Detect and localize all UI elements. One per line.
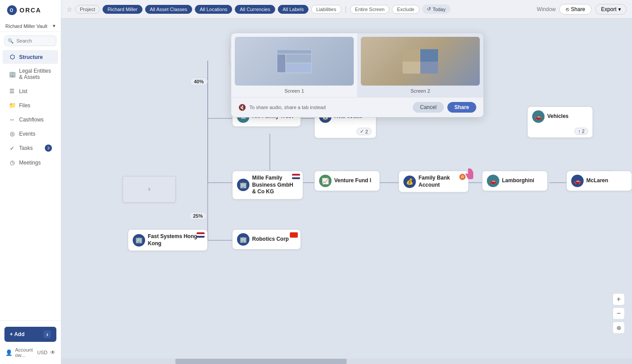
vehicles-icon: 🚗 [532,110,545,123]
compass-button[interactable]: ⊕ [612,321,625,334]
venture-icon: 📈 [319,175,332,187]
exclude-chip[interactable]: Exclude [392,5,419,14]
node-robotics-corp[interactable]: 🏢 Robotics Corp [232,229,301,250]
search-icon: 🔍 [8,38,14,44]
project-chip[interactable]: Project [75,5,100,14]
all-labels-chip[interactable]: All Labels [278,5,309,14]
vault-selector[interactable]: Richard Miller Vault ▾ [0,20,61,32]
export-button[interactable]: Export ▾ [595,4,627,15]
search-container: 🔍 [4,35,56,46]
svg-rect-15 [277,50,311,54]
screen-thumbnails: Screen 1 Screen 2 [231,33,483,97]
lamborghini-icon: 🚗 [487,175,499,187]
node-lamborghini[interactable]: 🚗 Lamborghini [482,171,548,191]
refresh-icon: ↺ [427,6,431,12]
svg-rect-17 [286,55,311,63]
logo-icon: O [7,5,17,15]
sidebar-item-files[interactable]: 📁 Files [3,98,58,112]
account-row[interactable]: 👤 Account ow... USD 👁 [0,344,61,360]
node-family-bank-account[interactable]: 💰 Family Bank Account ⚙ [399,171,469,192]
canvas[interactable]: RM Richard Miller 40% 🏛 RM Family Trust … [61,19,632,352]
tasks-badge: 3 [45,145,52,152]
bottom-scrollbar[interactable] [61,359,632,364]
entire-screen-chip[interactable]: Entire Screen [350,5,390,14]
svg-rect-16 [277,55,285,72]
sidebar-item-list[interactable]: ☰ List [3,84,58,98]
node-fast-systems[interactable]: 🏢 Fast Systems Hong Kong [128,229,208,251]
mclaren-icon: 🚗 [571,175,584,187]
sidebar-nav: ⬡ Structure 🏢 Legal Entities & Assets ☰ … [0,50,61,320]
robotics-icon: 🏢 [237,233,249,246]
window-label: Window [537,6,556,12]
node-partial-left: 3 [122,176,176,203]
sidebar-item-structure[interactable]: ⬡ Structure [3,50,58,64]
zoom-out-button[interactable]: − [612,307,625,320]
app-logo: O ORCA [0,0,61,20]
audio-icon: 🔇 [238,104,246,111]
today-chip[interactable]: ↺ Today [422,4,450,14]
account-icon: 👤 [5,349,12,356]
files-icon: 📁 [9,102,15,109]
structure-icon: ⬡ [9,54,15,60]
node-vehicles[interactable]: 🚗 Vehicles ↑2 [527,106,593,138]
sidebar-item-tasks[interactable]: ✓ Tasks 3 [3,141,58,155]
tasks-icon: ✓ [9,145,15,152]
topbar-right: Window ⎋ Share Export ▾ [537,4,627,15]
sidebar-item-meetings[interactable]: ◷ Meetings [3,156,58,169]
screen1-thumb[interactable]: Screen 1 [231,33,357,97]
zoom-controls: + − ⊕ [612,293,625,334]
screen2-thumb[interactable]: Screen 2 [357,33,483,97]
all-locations-chip[interactable]: All Locations [195,5,232,14]
topbar: ☆ Project Richard Miller All Asset Class… [61,0,632,19]
meetings-icon: ◷ [9,159,15,166]
all-currencies-chip[interactable]: All Currencies [235,5,275,14]
real-estate-count: ✓2 [356,128,371,135]
add-arrow-icon: › [43,330,51,338]
entities-icon: 🏢 [9,71,15,78]
star-icon[interactable]: ☆ [67,6,72,13]
cashflows-icon: ↔ [9,116,15,123]
share-icon: ⎋ [566,6,569,12]
vehicles-count: ↑2 [574,128,588,135]
fast-systems-icon: 🏢 [133,234,145,247]
svg-rect-18 [286,63,311,72]
eye-icon: 👁 [50,349,55,356]
screen1-preview [235,37,354,86]
add-button[interactable]: + Add › [4,327,56,342]
chevron-down-icon: ▾ [618,6,621,12]
main-area: ☆ Project Richard Miller All Asset Class… [61,0,632,364]
all-asset-classes-chip[interactable]: All Asset Classes [145,5,192,14]
sidebar-item-events[interactable]: ◎ Events [3,127,58,141]
mille-icon: 🏢 [237,179,249,191]
sidebar-item-cashflows[interactable]: ↔ Cashflows [3,113,58,126]
node-venture-fund[interactable]: 📈 Venture Fund I [314,171,380,191]
richard-miller-chip[interactable]: Richard Miller [103,5,142,14]
bank-icon: 💰 [403,176,416,188]
svg-rect-22 [420,49,438,62]
list-icon: ☰ [9,88,15,94]
events-icon: ◎ [9,130,15,137]
screen-share-cancel-button[interactable]: Cancel [413,102,443,113]
sidebar-item-legal-entities[interactable]: 🏢 Legal Entities & Assets [3,64,58,84]
sidebar-bottom: + Add › 👤 Account ow... USD 👁 [0,320,61,364]
node-mclaren[interactable]: 🚗 McLaren [566,171,632,191]
scroll-thumb[interactable] [175,359,347,364]
zoom-in-button[interactable]: + [612,293,625,305]
share-button[interactable]: ⎋ Share [559,4,592,15]
screen-share-share-button[interactable]: Share [447,102,476,113]
sidebar: O ORCA Richard Miller Vault ▾ 🔍 ⬡ Struct… [0,0,61,364]
screen-share-footer: 🔇 To share audio, share a tab instead Ca… [231,97,483,117]
screen-share-dialog: Screen 1 Screen 2 🔇 [231,33,484,117]
node-mille-family-business[interactable]: 🏢 Mille Family Business GmbH & Co KG [232,171,303,200]
percent-badge-25-bottom: 25% [189,212,207,220]
screen2-preview [361,37,480,86]
liabilities-chip[interactable]: Liabilities [311,5,341,14]
chevron-down-icon: ▾ [53,23,55,29]
percent-badge-family-trust: 40% [190,78,208,86]
